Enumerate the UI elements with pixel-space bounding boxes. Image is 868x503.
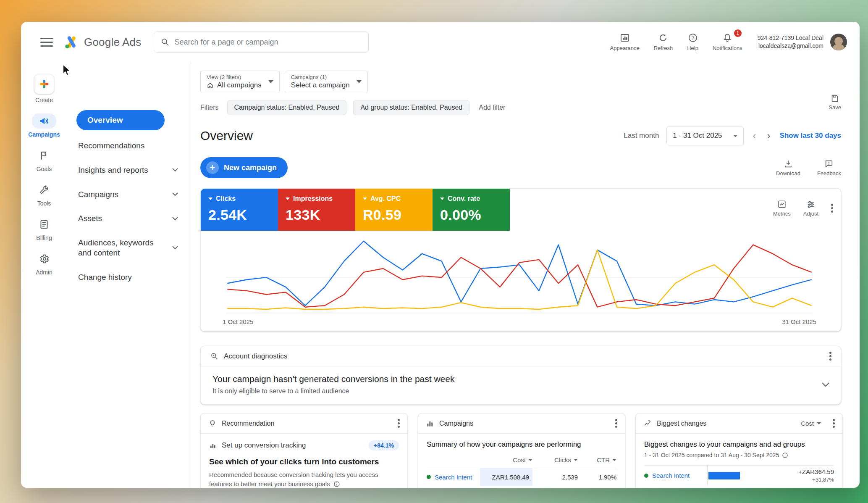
caret-down-icon xyxy=(528,459,532,461)
help-button[interactable]: ? Help xyxy=(687,33,698,51)
filter-chip-campaign-status[interactable]: Campaign status: Enabled, Paused xyxy=(227,100,347,115)
search-input[interactable] xyxy=(174,38,362,47)
scorecard-avg-cpc[interactable]: Avg. CPC R0.59 xyxy=(355,189,433,231)
rail-item-create[interactable]: Create xyxy=(21,71,67,106)
menu-item-campaigns[interactable]: Campaigns xyxy=(76,182,180,207)
column-clicks[interactable]: Clicks xyxy=(532,456,578,463)
top-bar: Google Ads Appearance xyxy=(21,22,860,62)
filter-chip-adgroup-status[interactable]: Ad group status: Enabled, Paused xyxy=(353,100,469,115)
menu-item-recommendations[interactable]: Recommendations xyxy=(76,134,180,158)
download-button[interactable]: Download xyxy=(776,159,800,176)
brand[interactable]: Google Ads xyxy=(64,34,141,50)
appearance-button[interactable]: Appearance xyxy=(610,33,640,51)
nav-rail: Create Campaigns Goals xyxy=(21,62,67,488)
admin-gear-icon xyxy=(32,251,56,266)
caret-down-icon xyxy=(208,198,212,200)
scorecard-impressions-label: Impressions xyxy=(293,195,333,203)
chevron-down-icon xyxy=(172,192,178,196)
campaigns-table-header: Cost Clicks CTR xyxy=(427,456,616,468)
account-diagnostics-header: Account diagnostics xyxy=(201,346,841,366)
caret-down-icon xyxy=(574,459,578,461)
status-enabled-dot xyxy=(644,474,648,478)
column-cost[interactable]: Cost xyxy=(480,456,532,463)
campaign-selector[interactable]: Campaigns (1) Select a campaign xyxy=(285,71,368,93)
rail-item-billing[interactable]: Billing xyxy=(21,214,67,244)
rail-item-admin[interactable]: Admin xyxy=(21,249,67,278)
avatar[interactable] xyxy=(830,34,847,50)
new-campaign-label: New campaign xyxy=(224,163,277,172)
account-id: 924-812-7139 Local Deal xyxy=(758,34,823,42)
menu-item-overview[interactable]: Overview xyxy=(76,110,165,130)
refresh-button[interactable]: Refresh xyxy=(654,33,673,51)
notifications-button[interactable]: 1 Notifications xyxy=(713,33,742,51)
chevron-down-icon xyxy=(172,168,178,172)
recommendation-uplift-badge: +84.1% xyxy=(369,440,399,450)
campaign-cost-cell[interactable]: ZAR1,508.49 xyxy=(480,468,532,486)
search-icon xyxy=(161,38,169,46)
line-chart-svg xyxy=(223,234,816,316)
campaign-link[interactable]: Search Intent xyxy=(427,474,480,481)
scorecard-conv-rate-value: 0.00% xyxy=(440,207,502,223)
campaign-clicks-cell: 2,539 xyxy=(532,474,578,481)
metrics-label: Metrics xyxy=(773,211,791,217)
insight-cards-row: Recommendation Set up conversion trackin… xyxy=(200,413,841,488)
biggest-changes-sort-select[interactable]: Cost xyxy=(801,420,821,427)
menu-icon[interactable] xyxy=(40,38,53,47)
performance-chart xyxy=(223,234,816,316)
x-axis-end-label: 31 Oct 2025 xyxy=(782,318,816,325)
menu-item-audiences[interactable]: Audiences, keywords and content xyxy=(76,231,180,265)
campaigns-card: Campaigns Summary of how your campaigns … xyxy=(418,413,625,488)
help-icon: ? xyxy=(688,33,698,43)
biggest-changes-row: Search Intent +ZAR364.59 +31.87% xyxy=(644,465,834,485)
filters-label: Filters xyxy=(200,104,219,111)
chart-x-axis: 1 Oct 2025 31 Oct 2025 xyxy=(201,316,841,331)
menu-item-insights[interactable]: Insights and reports xyxy=(76,158,180,182)
tools-wrench-icon xyxy=(32,182,56,198)
date-range-selector[interactable]: 1 - 31 Oct 2025 xyxy=(666,126,743,145)
metrics-button[interactable]: Metrics xyxy=(773,200,791,217)
scorecard-impressions[interactable]: Impressions 133K xyxy=(278,189,355,231)
campaign-link[interactable]: Search Intent xyxy=(644,472,707,479)
add-filter-button[interactable]: Add filter xyxy=(479,104,505,111)
show-last-30-days-link[interactable]: Show last 30 days xyxy=(780,132,841,140)
adjust-button[interactable]: Adjust xyxy=(803,200,818,217)
diagnostics-expand-button[interactable] xyxy=(821,382,830,387)
info-icon[interactable] xyxy=(782,452,788,458)
biggest-changes-more-options-button[interactable] xyxy=(833,419,835,428)
global-search[interactable] xyxy=(154,32,369,53)
menu-item-assets[interactable]: Assets xyxy=(76,206,180,231)
caret-down-icon xyxy=(612,459,616,461)
view-selector[interactable]: View (2 filters) All campaigns xyxy=(200,71,280,93)
column-ctr[interactable]: CTR xyxy=(578,456,616,463)
date-range-value: 1 - 31 Oct 2025 xyxy=(673,132,722,140)
campaigns-more-options-button[interactable] xyxy=(615,419,617,428)
scorecard-conv-rate[interactable]: Conv. rate 0.00% xyxy=(433,189,510,231)
save-button[interactable]: Save xyxy=(829,94,841,111)
info-icon[interactable] xyxy=(333,481,340,487)
top-actions: Appearance Refresh ? Help 1 xyxy=(610,33,742,51)
scorecard-conv-rate-label: Conv. rate xyxy=(448,195,480,203)
metrics-icon xyxy=(777,200,787,209)
next-period-button[interactable]: › xyxy=(766,131,772,141)
goals-flag-icon xyxy=(32,148,56,163)
feedback-button[interactable]: Feedback xyxy=(817,159,841,176)
chart-more-options-button[interactable] xyxy=(831,204,833,213)
appearance-icon xyxy=(620,33,630,43)
recommendation-item[interactable]: Set up conversion tracking +84.1% xyxy=(209,440,399,450)
account-info[interactable]: 924-812-7139 Local Deal localdealsza@gma… xyxy=(758,34,823,50)
rail-item-goals[interactable]: Goals xyxy=(21,145,67,175)
scorecard-clicks[interactable]: Clicks 2.54K xyxy=(201,189,278,231)
new-campaign-button[interactable]: + New campaign xyxy=(200,157,288,178)
caret-down-icon xyxy=(268,80,273,83)
rail-item-tools[interactable]: Tools xyxy=(21,180,67,209)
account-diagnostics-card: Account diagnostics Your campaign hasn't… xyxy=(200,346,841,405)
menu-item-change-history[interactable]: Change history xyxy=(76,265,180,290)
recommendation-card: Recommendation Set up conversion trackin… xyxy=(200,413,408,488)
change-percent: +31.87% xyxy=(784,476,834,484)
rail-item-campaigns[interactable]: Campaigns xyxy=(21,111,67,140)
diagnostics-more-options-button[interactable] xyxy=(829,352,831,361)
create-plus-icon xyxy=(34,74,54,94)
recommendation-more-options-button[interactable] xyxy=(398,419,400,428)
biggest-changes-card: Biggest changes Cost Biggest changes to … xyxy=(635,413,843,488)
previous-period-button[interactable]: ‹ xyxy=(751,131,758,141)
